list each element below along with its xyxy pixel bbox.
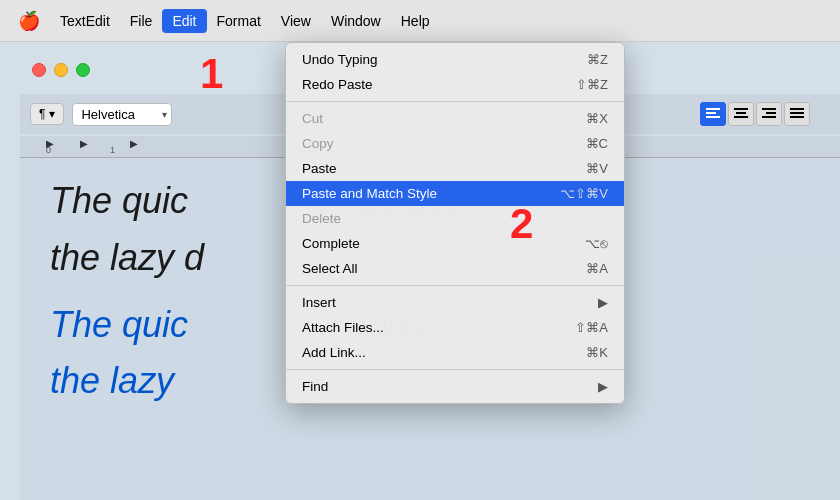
svg-rect-11 bbox=[790, 116, 804, 118]
ruler-mark-1: 1 bbox=[110, 145, 115, 155]
menu-item-select-all[interactable]: Select All ⌘A bbox=[286, 256, 624, 281]
menu-separator-1 bbox=[286, 101, 624, 102]
menu-item-complete[interactable]: Complete ⌥⎋ bbox=[286, 231, 624, 256]
menu-item-cut[interactable]: Cut ⌘X bbox=[286, 106, 624, 131]
step-label-2: 2 bbox=[510, 200, 533, 248]
align-justify-btn[interactable] bbox=[784, 102, 810, 126]
maximize-button[interactable] bbox=[76, 63, 90, 77]
menu-separator-3 bbox=[286, 369, 624, 370]
svg-rect-2 bbox=[706, 116, 720, 118]
ruler-tab-2: ▶ bbox=[130, 138, 138, 149]
menubar-format[interactable]: Format bbox=[207, 9, 271, 33]
svg-rect-0 bbox=[706, 108, 720, 110]
menubar-textedit[interactable]: TextEdit bbox=[50, 9, 120, 33]
align-buttons bbox=[700, 102, 810, 126]
svg-rect-8 bbox=[762, 116, 776, 118]
menubar-window[interactable]: Window bbox=[321, 9, 391, 33]
menu-item-add-link[interactable]: Add Link... ⌘K bbox=[286, 340, 624, 365]
apple-menu[interactable]: 🍎 bbox=[8, 6, 50, 36]
svg-rect-5 bbox=[734, 116, 748, 118]
edit-menu-dropdown: Undo Typing ⌘Z Redo Paste ⇧⌘Z Cut ⌘X Cop… bbox=[285, 42, 625, 404]
paragraph-arrow: ▾ bbox=[49, 107, 55, 121]
svg-rect-3 bbox=[734, 108, 748, 110]
ruler-mark-0: 0 bbox=[46, 145, 51, 155]
align-right-btn[interactable] bbox=[756, 102, 782, 126]
font-select-wrap: Helvetica bbox=[72, 103, 172, 126]
menu-item-undo[interactable]: Undo Typing ⌘Z bbox=[286, 47, 624, 72]
align-center-btn[interactable] bbox=[728, 102, 754, 126]
menubar-view[interactable]: View bbox=[271, 9, 321, 33]
svg-rect-9 bbox=[790, 108, 804, 110]
step-label-1: 1 bbox=[200, 50, 223, 98]
menubar-help[interactable]: Help bbox=[391, 9, 440, 33]
paragraph-icon: ¶ bbox=[39, 107, 45, 121]
menu-item-find[interactable]: Find ▶ bbox=[286, 374, 624, 399]
svg-rect-10 bbox=[790, 112, 804, 114]
menubar-edit[interactable]: Edit bbox=[162, 9, 206, 33]
menubar: 🍎 TextEdit File Edit Format View Window … bbox=[0, 0, 840, 42]
minimize-button[interactable] bbox=[54, 63, 68, 77]
svg-rect-4 bbox=[736, 112, 746, 114]
menu-item-copy[interactable]: Copy ⌘C bbox=[286, 131, 624, 156]
menu-item-insert[interactable]: Insert ▶ bbox=[286, 290, 624, 315]
menu-item-redo[interactable]: Redo Paste ⇧⌘Z bbox=[286, 72, 624, 97]
menubar-file[interactable]: File bbox=[120, 9, 163, 33]
menu-item-delete[interactable]: Delete bbox=[286, 206, 624, 231]
close-button[interactable] bbox=[32, 63, 46, 77]
menu-item-paste-match-style[interactable]: Paste and Match Style ⌥⇧⌘V bbox=[286, 181, 624, 206]
menu-separator-2 bbox=[286, 285, 624, 286]
menu-item-paste[interactable]: Paste ⌘V bbox=[286, 156, 624, 181]
svg-rect-1 bbox=[706, 112, 716, 114]
svg-rect-6 bbox=[762, 108, 776, 110]
svg-rect-7 bbox=[766, 112, 776, 114]
font-select[interactable]: Helvetica bbox=[72, 103, 172, 126]
menu-item-attach-files[interactable]: Attach Files... ⇧⌘A bbox=[286, 315, 624, 340]
ruler-tab-1: ▶ bbox=[80, 138, 88, 149]
align-left-btn[interactable] bbox=[700, 102, 726, 126]
paragraph-style-btn[interactable]: ¶ ▾ bbox=[30, 103, 64, 125]
